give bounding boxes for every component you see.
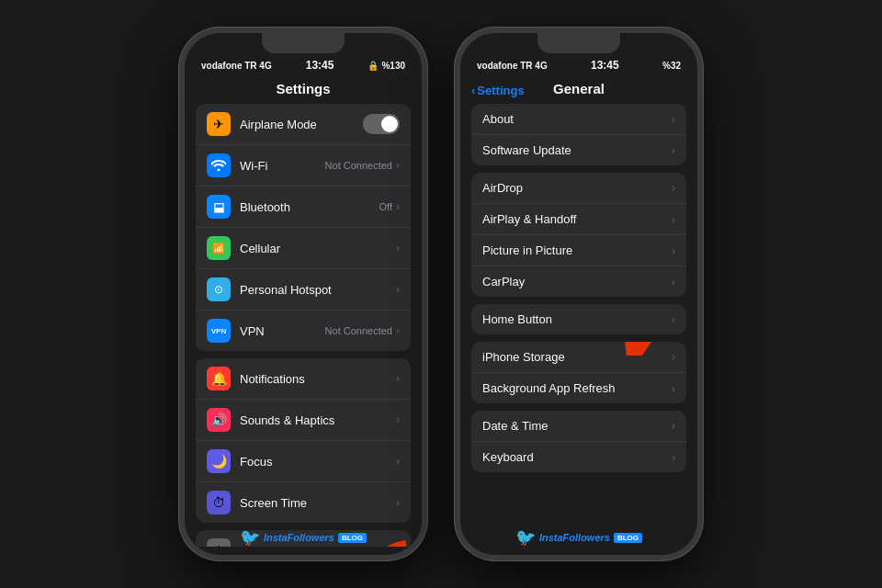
vpn-row[interactable]: VPN VPN Not Connected › (196, 311, 411, 351)
settings-header: Settings (185, 75, 422, 104)
bgrefresh-row[interactable]: Background App Refresh › (471, 373, 686, 403)
screentime-chevron: › (396, 496, 400, 509)
notifications-row[interactable]: 🔔 Notifications › (196, 358, 411, 400)
airplane-row[interactable]: ✈ Airplane Mode (196, 104, 411, 145)
battery-2: %32 (662, 61, 681, 71)
phone-general: vodafone TR 4G 13:45 %32 ‹ Settings Gene… (455, 28, 703, 560)
bluetooth-icon: ⬓ (207, 195, 231, 219)
pip-row[interactable]: Picture in Picture › (471, 235, 686, 266)
bluetooth-label: Bluetooth (240, 200, 379, 214)
cellular-row[interactable]: 📶 Cellular › (196, 228, 411, 269)
watermark-text-1: InstaFollowers (264, 532, 334, 543)
airplane-toggle[interactable] (363, 114, 400, 134)
notifications-chevron: › (396, 372, 400, 385)
sounds-row[interactable]: 🔊 Sounds & Haptics › (196, 400, 411, 441)
cellular-label: Cellular (240, 242, 396, 255)
back-button[interactable]: ‹ Settings (471, 83, 525, 96)
keyboard-row[interactable]: Keyboard › (471, 442, 686, 472)
airdrop-chevron: › (672, 182, 675, 195)
datetime-chevron: › (672, 420, 675, 433)
focus-chevron: › (396, 455, 400, 468)
watermark-blog-2: BLOG (614, 533, 642, 543)
carplay-row[interactable]: CarPlay › (471, 266, 686, 297)
keyboard-chevron: › (672, 451, 675, 464)
homebtn-chevron: › (672, 313, 675, 326)
datetime-label: Date & Time (482, 419, 672, 433)
sounds-chevron: › (396, 413, 400, 426)
focus-row[interactable]: 🌙 Focus › (196, 441, 411, 482)
back-label: Settings (477, 83, 524, 96)
keyboard-label: Keyboard (482, 450, 672, 464)
storage-row[interactable]: iPhone Storage › (471, 342, 686, 373)
carplay-label: CarPlay (482, 275, 672, 288)
sounds-label: Sounds & Haptics (240, 413, 396, 427)
battery-1: %130 (381, 61, 405, 71)
hotspot-chevron: › (396, 283, 400, 296)
hotspot-icon: ⊙ (207, 277, 231, 301)
settings-screen: Settings ✈ Airplane Mode (185, 75, 422, 547)
watermark-text-2: InstaFollowers (539, 532, 610, 543)
wifi-row[interactable]: Wi-Fi Not Connected › (196, 145, 411, 187)
carrier-2: vodafone TR 4G (477, 61, 548, 71)
homebtn-row[interactable]: Home Button › (471, 304, 686, 334)
software-label: Software Update (482, 143, 672, 157)
pip-chevron: › (672, 244, 675, 257)
software-row[interactable]: Software Update › (471, 135, 686, 165)
airplay-label: AirPlay & Handoff (482, 212, 672, 226)
airdrop-row[interactable]: AirDrop › (471, 173, 686, 204)
general-header: ‹ Settings General (460, 75, 697, 104)
settings-list-1: ✈ Airplane Mode Wi-Fi Not Connected › (185, 104, 422, 547)
vpn-chevron: › (396, 324, 400, 337)
airdrop-group: AirDrop › AirPlay & Handoff › Picture in… (471, 173, 686, 297)
watermark-blog-1: BLOG (338, 533, 367, 543)
watermark-2: 🐦 InstaFollowers BLOG (460, 527, 697, 548)
carrier-1: vodafone TR 4G (201, 61, 272, 71)
vpn-icon: VPN (207, 319, 231, 343)
sounds-icon: 🔊 (207, 408, 231, 432)
airplay-row[interactable]: AirPlay & Handoff › (471, 204, 686, 235)
bgrefresh-label: Background App Refresh (482, 381, 672, 395)
phone-settings: vodafone TR 4G 13:45 🔒 %130 Settings ✈ A… (179, 28, 427, 560)
datetime-row[interactable]: Date & Time › (471, 411, 686, 442)
watermark-1: 🐦 InstaFollowers BLOG (185, 527, 422, 548)
airplane-label: Airplane Mode (240, 118, 363, 131)
time-2: 13:45 (591, 59, 619, 72)
about-chevron: › (672, 113, 675, 126)
bgrefresh-chevron: › (672, 382, 675, 395)
homebtn-label: Home Button (482, 312, 672, 326)
pip-label: Picture in Picture (482, 243, 672, 257)
focus-label: Focus (240, 455, 396, 469)
vpn-value: Not Connected (325, 325, 392, 336)
phone-notch (262, 33, 345, 53)
bluetooth-chevron: › (396, 200, 400, 213)
wifi-chevron: › (396, 159, 400, 172)
wifi-icon (207, 153, 231, 177)
vpn-label: VPN (240, 324, 325, 338)
watermark-fish-icon-2: 🐦 (515, 527, 536, 548)
storage-label: iPhone Storage (482, 350, 672, 364)
settings-title: Settings (276, 81, 330, 96)
back-chevron: ‹ (471, 83, 475, 96)
about-label: About (482, 112, 672, 126)
carplay-chevron: › (672, 276, 675, 288)
screentime-row[interactable]: ⏱ Screen Time › (196, 482, 411, 523)
lock-icon: 🔒 (368, 61, 379, 71)
cellular-icon: 📶 (207, 236, 231, 260)
airplane-icon: ✈ (207, 112, 231, 136)
hotspot-row[interactable]: ⊙ Personal Hotspot › (196, 269, 411, 311)
notifications-icon: 🔔 (207, 367, 231, 390)
about-row[interactable]: About › (471, 104, 686, 135)
airplay-chevron: › (672, 213, 675, 226)
toggle-knob (381, 116, 398, 132)
storage-chevron: › (672, 351, 675, 364)
bluetooth-row[interactable]: ⬓ Bluetooth Off › (196, 187, 411, 228)
bluetooth-value: Off (379, 201, 392, 212)
datetime-group: Date & Time › Keyboard › (471, 411, 686, 472)
status-icons-2: %32 (662, 61, 681, 71)
cellular-chevron: › (396, 242, 400, 254)
general-title: General (553, 81, 605, 96)
wifi-label: Wi-Fi (240, 159, 325, 173)
watermark-fish-icon: 🐦 (240, 527, 260, 548)
screentime-label: Screen Time (240, 496, 396, 510)
phone-notch-2 (537, 33, 620, 53)
